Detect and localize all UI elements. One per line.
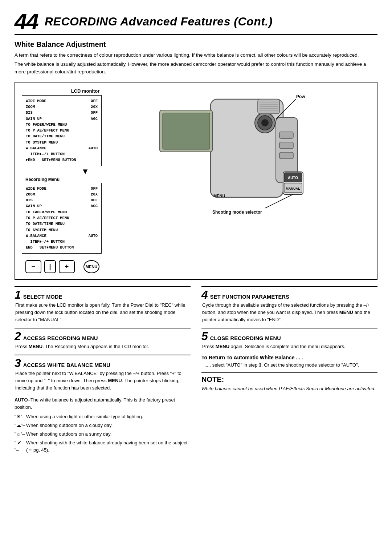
menu-row: GAIN UPAGC xyxy=(26,116,98,122)
menu-row: TO P.AE/EFFECT MENU xyxy=(26,215,98,221)
svg-rect-9 xyxy=(279,152,293,159)
menu-box-bottom: WIDE MODEOFF ZOOM20X DISOFF GAIN UPAGC T… xyxy=(22,183,102,254)
menu-row: ZOOM20X xyxy=(26,104,98,110)
svg-point-5 xyxy=(261,119,269,126)
to-return-section: To Return To Automatic White Balance . .… xyxy=(201,355,377,369)
menu-row: TO FADER/WIPE MENU xyxy=(26,122,98,128)
menu-row: DISOFF xyxy=(26,197,98,203)
step-3-title: ACCESS WHITE BALANCE MENU xyxy=(23,362,110,368)
menu-row: ITEM♦–/+ BUTTON xyxy=(26,239,98,245)
note-box: NOTE: White balance cannot be used when … xyxy=(201,372,377,392)
step-3-number: 3 xyxy=(15,357,21,369)
step-2-title: ACCESS RECORDING MENU xyxy=(23,335,98,341)
menu-button[interactable]: MENU xyxy=(83,260,99,273)
step-4-header: 4 SET FUNCTION PARAMETERS xyxy=(201,289,377,300)
camcorder-diagram: Power Dial AUTO MANUAL Shooting mode sel… xyxy=(138,88,305,219)
svg-rect-8 xyxy=(279,142,293,149)
step-1-header: 1 SELECT MODE xyxy=(15,289,191,300)
section-title: White Balance Adjustment xyxy=(15,40,377,49)
step-2-number: 2 xyxy=(15,330,21,342)
bullet-text: When using a video light or other simila… xyxy=(26,413,143,420)
left-column: 1 SELECT MODE First make sure the LCD mo… xyxy=(15,286,191,456)
step-2-header: 2 ACCESS RECORDING MENU xyxy=(15,330,191,342)
svg-text:MENU: MENU xyxy=(213,194,225,198)
bullet-text: When shooting outdoors on a sunny day. xyxy=(26,431,111,438)
menu-row: TO SYSTEM MENU xyxy=(26,140,98,145)
bullet-symbol: "☼"– xyxy=(15,431,26,438)
lcd-label: LCD monitor xyxy=(33,88,138,94)
bullet-text: When shooting with the white balance alr… xyxy=(26,439,191,454)
svg-text:AUTO: AUTO xyxy=(288,176,298,180)
intro-text-2: The white balance is usually adjusted au… xyxy=(15,61,377,76)
menu-row: ZOOM20X xyxy=(26,191,98,197)
svg-text:MANUAL: MANUAL xyxy=(286,187,300,190)
diagram-box: LCD monitor WIDE MODEOFF ZOOM20X DISOFF … xyxy=(15,82,377,280)
right-column: 4 SET FUNCTION PARAMETERS Cycle through … xyxy=(201,286,377,456)
svg-rect-7 xyxy=(279,132,293,138)
step-1-title: SELECT MODE xyxy=(23,294,62,300)
menu-row: END SET♦MENU BUTTON xyxy=(26,245,98,250)
step-4: 4 SET FUNCTION PARAMETERS Cycle through … xyxy=(201,286,377,323)
plus-button[interactable]: + xyxy=(59,260,75,273)
step-rule xyxy=(15,328,191,328)
step-1-number: 1 xyxy=(15,289,21,300)
page-header: 44 RECORDING Advanced Features (Cont.) xyxy=(15,10,377,35)
header-title: RECORDING Advanced Features (Cont.) xyxy=(45,15,273,28)
to-return-title: To Return To Automatic White Balance . .… xyxy=(201,355,377,360)
bullet-text: When shooting outdoors on a cloudy day. xyxy=(26,422,113,429)
step-rule xyxy=(15,286,191,287)
step-1-body: First make sure the LCD monitor is open … xyxy=(15,302,191,323)
step-2-body: Press MENU. The Recording Menu appears i… xyxy=(15,343,191,350)
recording-menu-label: Recording Menu xyxy=(25,177,138,182)
step-5-number: 5 xyxy=(201,330,208,342)
step-rule xyxy=(201,286,377,287)
step-1: 1 SELECT MODE First make sure the LCD mo… xyxy=(15,286,191,323)
page-number: 44 xyxy=(15,10,38,33)
menu-row: W.BALANCEAUTO xyxy=(26,233,98,239)
menu-row: WIDE MODEOFF xyxy=(26,98,98,104)
step-4-body: Cycle through the available settings of … xyxy=(202,302,377,323)
auto-text: AUTO–The white balance is adjusted autom… xyxy=(15,396,191,411)
menu-row: TO DATE/TIME MENU xyxy=(26,221,98,227)
bullet-symbol: "☀"– xyxy=(15,413,26,420)
header-rest: Advanced Features (Cont.) xyxy=(117,15,273,28)
menu-row: TO FADER/WIPE MENU xyxy=(26,209,98,215)
minus-button[interactable]: – xyxy=(25,260,41,273)
step-rule xyxy=(201,328,377,328)
step-3-body: Place the pointer next to "W.BALANCE" by… xyxy=(15,370,191,392)
header-recording: RECORDING xyxy=(45,15,117,28)
bullet-4: " ✔ "– When shooting with the white bala… xyxy=(15,439,191,454)
diagram-left: LCD monitor WIDE MODEOFF ZOOM20X DISOFF … xyxy=(22,88,138,273)
shooting-mode-text: Shooting mode selector xyxy=(212,210,262,215)
menu-row: TO P.AE/EFFECT MENU xyxy=(26,128,98,133)
menu-row: TO SYSTEM MENU xyxy=(26,227,98,233)
page: 44 RECORDING Advanced Features (Cont.) W… xyxy=(0,0,392,557)
menu-row: WIDE MODEOFF xyxy=(26,186,98,191)
note-body: White balance cannot be used when P.AE/E… xyxy=(201,385,377,392)
content-area: 1 SELECT MODE First make sure the LCD mo… xyxy=(15,286,377,456)
menu-row: W.BALANCEAUTO xyxy=(26,145,98,151)
bottom-section: AUTO–The white balance is adjusted autom… xyxy=(15,396,191,454)
step-2: 2 ACCESS RECORDING MENU Press MENU. The … xyxy=(15,328,191,350)
bullet-2: "☁"– When shooting outdoors on a cloudy … xyxy=(15,422,191,429)
bullet-3: "☼"– When shooting outdoors on a sunny d… xyxy=(15,431,191,438)
menu-row: ITEM♦–/+ BUTTON xyxy=(26,151,98,157)
step-5: 5 CLOSE RECORDING MENU Press MENU again.… xyxy=(201,328,377,350)
control-buttons: – | + MENU xyxy=(25,260,138,273)
menu-row: TO DATE/TIME MENU xyxy=(26,133,98,139)
menu-row: DISOFF xyxy=(26,110,98,116)
pipe-button[interactable]: | xyxy=(44,260,56,273)
bullet-symbol: " ✔ "– xyxy=(15,439,26,454)
step-5-header: 5 CLOSE RECORDING MENU xyxy=(201,330,377,342)
step-5-title: CLOSE RECORDING MENU xyxy=(210,335,281,341)
step-4-number: 4 xyxy=(201,289,208,300)
step-rule xyxy=(15,355,191,355)
svg-rect-2 xyxy=(163,113,210,149)
intro-text-1: A term that refers to the correctness of… xyxy=(15,52,377,59)
to-return-body: ..... select "AUTO" in step 3. Or set th… xyxy=(204,362,377,369)
bullet-1: "☀"– When using a video light or other s… xyxy=(15,413,191,420)
power-dial-text: Power Dial xyxy=(296,94,305,99)
menu-row: ►END SET♦MENU BUTTON xyxy=(26,157,98,163)
menu-row: GAIN UPAGC xyxy=(26,203,98,209)
step-4-title: SET FUNCTION PARAMETERS xyxy=(210,294,290,300)
